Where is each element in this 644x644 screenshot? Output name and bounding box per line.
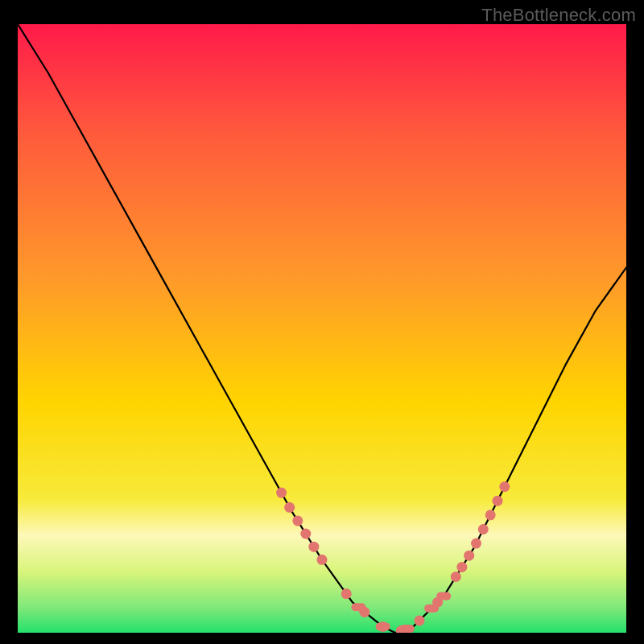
svg-point-4 <box>300 529 311 539</box>
svg-point-5 <box>308 542 319 552</box>
svg-rect-22 <box>376 622 390 630</box>
svg-rect-21 <box>351 603 365 611</box>
svg-point-13 <box>451 572 461 582</box>
svg-point-17 <box>478 524 489 535</box>
svg-rect-25 <box>436 592 451 601</box>
svg-point-6 <box>317 555 328 565</box>
svg-point-2 <box>284 502 295 513</box>
svg-point-3 <box>292 515 303 526</box>
svg-rect-24 <box>424 605 439 613</box>
svg-point-1 <box>276 488 287 498</box>
svg-point-19 <box>493 496 503 506</box>
svg-point-16 <box>471 539 481 549</box>
svg-point-20 <box>499 481 510 492</box>
svg-rect-0 <box>18 24 626 633</box>
chart-container: TheBottleneck.com <box>0 0 644 644</box>
chart-plot <box>18 24 626 633</box>
svg-point-11 <box>415 615 425 625</box>
svg-point-18 <box>485 510 496 520</box>
svg-point-14 <box>456 562 467 572</box>
svg-point-15 <box>464 551 474 561</box>
svg-rect-23 <box>400 625 415 633</box>
chart-svg <box>18 24 626 633</box>
svg-point-7 <box>341 588 352 599</box>
watermark-text: TheBottleneck.com <box>481 5 636 26</box>
